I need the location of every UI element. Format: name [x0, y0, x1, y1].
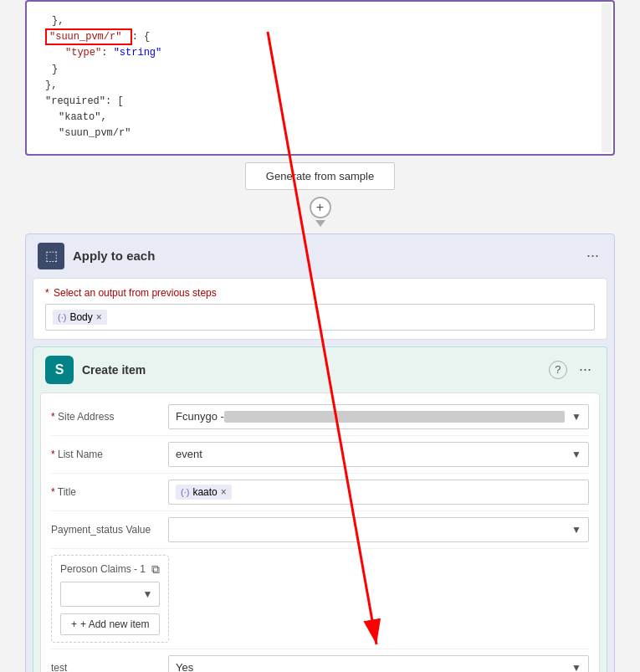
generate-from-sample-button[interactable]: Generate from sample: [245, 162, 395, 190]
title-tag-close-button[interactable]: ×: [221, 486, 227, 498]
create-item-title: Create item: [82, 363, 540, 377]
create-item-form: Site Address Fcunygo - ▼ List Name event…: [40, 392, 600, 673]
test-label: test: [51, 662, 160, 673]
list-name-dropdown-icon: ▼: [571, 449, 581, 460]
add-step-button[interactable]: +: [310, 197, 331, 218]
payment-status-label: Payment_status Value: [51, 524, 160, 536]
json-content: }, "suun_pvm/r" : { "type": "string" } }…: [35, 10, 605, 146]
payment-status-dropdown-icon: ▼: [571, 524, 581, 536]
apply-each-title: Apply to each: [73, 249, 575, 263]
claims-dropdown[interactable]: ▼: [60, 582, 160, 607]
body-tag-row[interactable]: (·) Body ×: [45, 304, 595, 331]
select-output-label: * Select an output from previous steps: [45, 287, 595, 299]
connector-wrap: +: [0, 197, 640, 227]
person-claims-header: Peroson Claims - 1 ⧉: [60, 562, 160, 577]
site-address-blurred: [224, 411, 565, 423]
test-row: test Yes ▼: [51, 649, 589, 673]
body-tag-label: Body: [69, 311, 92, 323]
json-line-6: "required": [: [38, 94, 602, 110]
loop-icon: ⬚: [45, 248, 58, 264]
site-address-label: Site Address: [51, 411, 160, 423]
body-tag-close-button[interactable]: ×: [96, 311, 102, 323]
person-claims-row: Peroson Claims - 1 ⧉ ▼ + + Add new item: [51, 549, 589, 649]
list-name-label: List Name: [51, 449, 160, 460]
connector-arrow: [315, 220, 325, 227]
apply-each-icon: ⬚: [38, 243, 64, 269]
claims-dropdown-icon: ▼: [143, 588, 153, 600]
payment-status-input[interactable]: ▼: [168, 517, 589, 542]
apply-to-each-block: ⬚ Apply to each ··· * Select an output f…: [25, 233, 615, 673]
json-line-5: },: [38, 78, 602, 94]
apply-each-more-button[interactable]: ···: [583, 247, 602, 264]
generate-btn-wrap: Generate from sample: [25, 162, 615, 190]
title-tag-label: kaato: [192, 486, 217, 498]
list-name-input[interactable]: event ▼: [168, 442, 589, 467]
test-dropdown-icon: ▼: [571, 662, 581, 673]
payment-status-row: Payment_status Value ▼: [51, 511, 589, 549]
add-new-item-button[interactable]: + + Add new item: [60, 613, 160, 635]
title-row: Title (·) kaato ×: [51, 474, 589, 511]
question-mark-icon: ?: [555, 363, 561, 376]
create-item-block: S Create item ? ··· Site Address Fcunygo…: [33, 346, 607, 673]
test-value: Yes: [176, 661, 193, 672]
person-claims-label: Peroson Claims - 1: [60, 563, 146, 575]
sharepoint-letter: S: [55, 362, 64, 377]
json-line-7: "kaato",: [38, 110, 602, 126]
claims-dropdown-row: ▼: [60, 582, 160, 607]
plus-icon: +: [316, 200, 324, 215]
title-label: Title: [51, 486, 160, 498]
title-tag-icon: (·): [181, 487, 189, 497]
list-name-value: event: [176, 448, 202, 460]
site-address-input[interactable]: Fcunygo - ▼: [168, 404, 589, 429]
title-tag: (·) kaato ×: [176, 485, 232, 500]
help-button[interactable]: ?: [549, 361, 567, 379]
sharepoint-icon: S: [45, 356, 74, 384]
site-address-dropdown-icon: ▼: [571, 411, 581, 423]
apply-each-inner: * Select an output from previous steps (…: [33, 278, 607, 340]
json-line-3: "type": "string": [38, 45, 602, 61]
create-item-header: S Create item ? ···: [33, 347, 607, 392]
add-new-item-plus-icon: +: [71, 618, 77, 630]
list-name-row: List Name event ▼: [51, 436, 589, 474]
json-line-4: }: [38, 62, 602, 78]
add-new-item-label: + Add new item: [80, 618, 149, 630]
create-item-more-button[interactable]: ···: [576, 361, 595, 378]
apply-each-header: ⬚ Apply to each ···: [26, 234, 614, 278]
site-address-value: Fcunygo -: [176, 410, 224, 423]
json-line-1: },: [38, 13, 602, 29]
body-tag: (·) Body ×: [53, 310, 107, 325]
title-input[interactable]: (·) kaato ×: [168, 480, 589, 505]
main-container: }, "suun_pvm/r" : { "type": "string" } }…: [0, 0, 640, 672]
site-address-row: Site Address Fcunygo - ▼: [51, 398, 589, 436]
json-line-8: "suun_pvm/r": [38, 126, 602, 141]
body-tag-icon: (·): [58, 312, 66, 322]
person-claims-section: Peroson Claims - 1 ⧉ ▼ + + Add new item: [51, 555, 169, 643]
json-editor-card: }, "suun_pvm/r" : { "type": "string" } }…: [25, 0, 615, 156]
required-star: *: [45, 287, 49, 299]
json-line-2: "suun_pvm/r" : {: [38, 29, 602, 45]
scrollbar[interactable]: [602, 3, 612, 152]
copy-icon[interactable]: ⧉: [151, 562, 160, 577]
test-input[interactable]: Yes ▼: [168, 655, 589, 673]
